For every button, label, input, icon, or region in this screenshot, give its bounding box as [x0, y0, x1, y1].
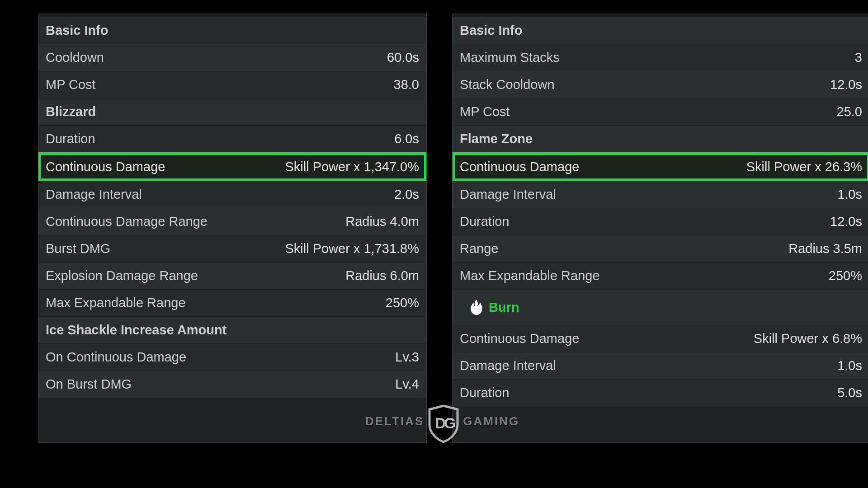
- watermark-right: GAMING: [463, 414, 519, 428]
- stat-label: Range: [460, 241, 498, 256]
- section-title: Burn: [489, 300, 519, 315]
- stat-row: Burst DMG Skill Power x 1,731.8%: [38, 235, 426, 262]
- stat-value: 1.0s: [837, 358, 862, 373]
- stat-label: On Burst DMG: [46, 377, 132, 392]
- stat-row-highlighted: Continuous Damage Skill Power x 1,347.0%: [38, 152, 426, 181]
- stat-row: Duration 6.0s: [38, 125, 426, 152]
- stat-label: Explosion Damage Range: [46, 268, 198, 283]
- section-ice-shackle: Ice Shackle Increase Amount: [38, 316, 426, 343]
- stat-label: MP Cost: [460, 104, 510, 119]
- stat-value: 250%: [386, 296, 419, 310]
- stat-row: Damage Interval 1.0s: [453, 352, 868, 379]
- section-burn: Burn: [453, 289, 868, 325]
- stat-value: 5.0s: [837, 385, 862, 400]
- stat-value: Skill Power x 1,347.0%: [285, 160, 419, 174]
- section-title: Basic Info: [46, 23, 108, 38]
- stat-value: Radius 4.0m: [345, 214, 419, 229]
- stat-value: 250%: [829, 268, 862, 283]
- stat-label: On Continuous Damage: [46, 350, 186, 365]
- left-skill-panel: Basic Info Cooldown 60.0s MP Cost 38.0 B…: [38, 14, 427, 443]
- watermark: DELTIAS D G GAMING: [365, 401, 519, 441]
- section-basic-info: Basic Info: [38, 17, 426, 44]
- stat-label: Maximum Stacks: [460, 50, 560, 65]
- stat-label: Burst DMG: [46, 241, 110, 256]
- stat-label: Duration: [460, 214, 509, 229]
- stat-label: Continuous Damage: [460, 331, 579, 346]
- svg-text:G: G: [444, 414, 457, 432]
- section-flame-zone: Flame Zone: [453, 125, 868, 152]
- section-title: Flame Zone: [460, 131, 533, 146]
- flame-icon: [471, 300, 482, 315]
- stat-value: 12.0s: [830, 77, 862, 92]
- stat-value: Lv.4: [395, 377, 419, 392]
- right-skill-panel: Basic Info Maximum Stacks 3 Stack Cooldo…: [452, 14, 868, 443]
- stat-value: 3: [855, 50, 862, 65]
- stat-row: Damage Interval 1.0s: [453, 181, 868, 208]
- section-title: Basic Info: [460, 23, 523, 38]
- stat-row: Continuous Damage Skill Power x 6.8%: [453, 325, 868, 352]
- stat-row: Duration 12.0s: [453, 208, 868, 235]
- stat-value: 1.0s: [837, 187, 862, 202]
- stat-row: Damage Interval 2.0s: [38, 181, 426, 208]
- stat-label: Duration: [460, 385, 509, 400]
- stat-label: MP Cost: [46, 77, 96, 92]
- stat-label: Continuous Damage Range: [46, 214, 208, 229]
- stat-row: Range Radius 3.5m: [453, 235, 868, 262]
- section-blizzard: Blizzard: [38, 98, 426, 125]
- stat-value: 12.0s: [830, 214, 862, 229]
- watermark-left: DELTIAS: [365, 414, 424, 428]
- stat-row: On Continuous Damage Lv.3: [38, 343, 426, 371]
- stat-row: Stack Cooldown 12.0s: [453, 71, 868, 98]
- stat-row: Explosion Damage Range Radius 6.0m: [38, 262, 426, 289]
- section-title: Ice Shackle Increase Amount: [46, 323, 226, 338]
- stat-label: Max Expandable Range: [460, 268, 600, 283]
- stat-row: On Burst DMG Lv.4: [38, 371, 426, 398]
- stat-label: Damage Interval: [46, 187, 142, 202]
- stat-value: Skill Power x 6.8%: [754, 331, 862, 346]
- stat-value: Skill Power x 1,731.8%: [285, 241, 419, 256]
- stat-value: 6.0s: [394, 131, 419, 146]
- stat-label: Max Expandable Range: [46, 296, 186, 310]
- stat-label: Damage Interval: [460, 187, 556, 202]
- stat-row: Cooldown 60.0s: [38, 44, 426, 71]
- stat-row: Max Expandable Range 250%: [453, 262, 868, 289]
- stat-label: Continuous Damage: [460, 160, 579, 174]
- stat-value: 25.0: [837, 104, 862, 119]
- section-title: Blizzard: [46, 104, 96, 119]
- stat-row-highlighted: Continuous Damage Skill Power x 26.3%: [453, 152, 868, 181]
- stat-label: Stack Cooldown: [460, 77, 555, 92]
- stat-value: 38.0: [394, 77, 419, 92]
- stat-value: Skill Power x 26.3%: [746, 160, 862, 174]
- stat-value: 2.0s: [394, 187, 419, 202]
- stat-label: Duration: [46, 131, 95, 146]
- stat-label: Damage Interval: [460, 358, 556, 373]
- stat-row: Max Expandable Range 250%: [38, 289, 426, 316]
- stat-value: Lv.3: [395, 350, 419, 365]
- stat-value: Radius 6.0m: [345, 268, 419, 283]
- section-basic-info: Basic Info: [453, 17, 868, 44]
- stat-row: Continuous Damage Range Radius 4.0m: [38, 208, 426, 235]
- stat-row: MP Cost 25.0: [453, 98, 868, 125]
- stat-label: Continuous Damage: [46, 160, 165, 174]
- stat-value: Radius 3.5m: [788, 241, 862, 256]
- stat-row: Maximum Stacks 3: [453, 44, 868, 71]
- stat-value: 60.0s: [387, 50, 419, 65]
- stat-row: MP Cost 38.0: [38, 71, 426, 98]
- stat-label: Cooldown: [46, 50, 104, 65]
- dg-logo-icon: D G: [426, 404, 461, 444]
